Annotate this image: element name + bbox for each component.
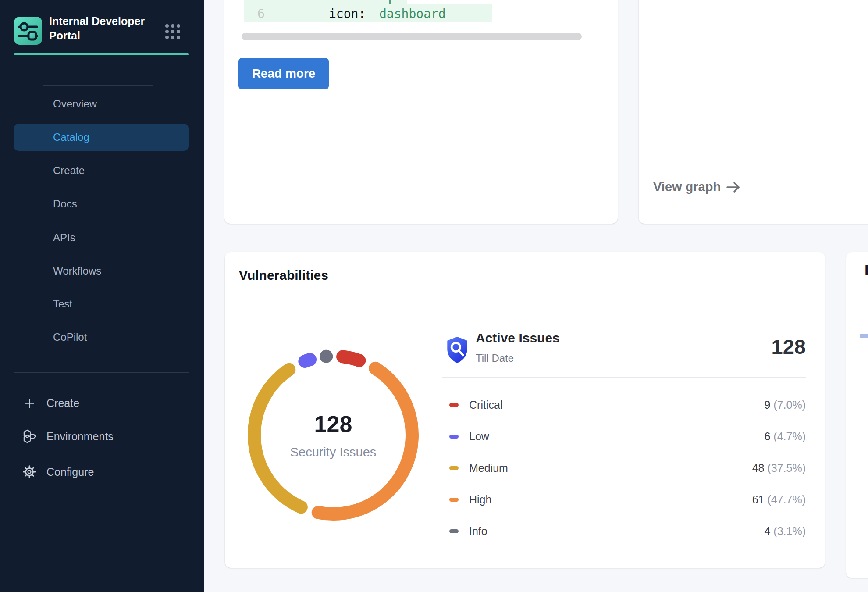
sidebar-item-label: Catalog [53,131,89,143]
donut-segment-low [305,360,310,361]
app-title: Internal Developer Portal [49,14,154,43]
code-value: dashboard [379,7,446,21]
legend-count: 48 [752,462,765,474]
partial-card-title: L [864,262,868,279]
sidebar-action-configure[interactable]: Configure [0,460,204,484]
legend-row-info: Info 4 (3.1%) [449,524,806,538]
legend-row-low: Low 6 (4.7%) [449,430,806,443]
arrow-right-icon [726,182,741,193]
sidebar-item-copilot[interactable]: CoPilot [14,324,189,351]
nav-divider [43,85,153,86]
nav-divider [14,372,189,373]
code-glyph-fragment [389,0,391,4]
legend-percent: (47.7%) [767,493,806,506]
legend-count: 9 [765,399,771,411]
legend-swatch [449,498,459,502]
view-graph-label: View graph [653,180,721,194]
legend-label: High [469,493,491,506]
sidebar-item-create[interactable]: Create [14,157,189,184]
gear-icon [22,464,37,479]
sidebar-action-environments[interactable]: Environments [0,424,204,449]
app-logo-icon [14,17,42,45]
read-more-button[interactable]: Read more [238,58,329,89]
view-graph-link[interactable]: View graph [653,180,741,194]
legend-label: Info [469,525,487,538]
sidebar-accent-rule [14,53,189,55]
security-issues-donut-chart [239,341,427,529]
sidebar-action-label: Create [46,397,79,410]
legend-label: Low [469,430,489,443]
legend-label: Medium [469,462,508,474]
sidebar-item-label: CoPilot [53,331,87,343]
page: Internal Developer Portal Overview Catal… [0,0,868,592]
legend-swatch [449,466,459,470]
sidebar-item-apis[interactable]: APIs [14,224,189,251]
sidebar-item-workflows[interactable]: Workflows [14,257,189,285]
sidebar-item-label: Overview [53,98,97,110]
active-issues-total: 128 [772,335,806,359]
sidebar-item-test[interactable]: Test [14,290,189,317]
plus-icon [22,396,37,410]
legend-row-medium: Medium 48 (37.5%) [449,461,806,474]
sidebar-action-create[interactable]: Create [0,391,204,415]
active-issues-subtitle: Till Date [476,352,514,364]
legend-row-critical: Critical 9 (7.0%) [449,398,806,411]
partial-bar-chart-fragment [860,334,868,338]
horizontal-scrollbar[interactable] [242,33,582,40]
partial-card: L [846,252,868,578]
code-highlight-line: 6 icon: dashboard [244,4,492,22]
legend-row-high: High 61 (47.7%) [449,493,806,506]
apps-grid-icon[interactable] [165,24,181,39]
donut-segment-high [318,368,412,514]
sidebar-item-catalog[interactable]: Catalog [14,124,189,151]
legend-swatch [449,529,459,533]
donut-segment-medium [254,370,301,507]
sidebar-item-label: Test [53,298,72,310]
legend-label: Critical [469,399,502,411]
legend-count: 4 [765,525,771,537]
sidebar-item-label: Docs [53,198,77,210]
sidebar-item-label: APIs [53,232,75,244]
sidebar-action-label: Configure [46,466,94,478]
active-issues-title: Active Issues [476,331,560,346]
shield-search-icon [445,336,470,364]
vulnerabilities-card: Vulnerabilities 128 Security Issues Acti… [225,252,825,568]
graph-card: View graph [639,0,868,224]
sidebar-item-overview[interactable]: Overview [14,90,189,118]
legend-percent: (37.5%) [767,462,806,474]
legend-swatch [449,435,459,439]
sidebar-item-label: Workflows [53,265,101,277]
legend-percent: (7.0%) [773,399,806,411]
code-highlight-line-partial [244,0,407,4]
code-line-number: 6 [257,7,265,21]
legend-percent: (3.1%) [773,525,806,537]
legend-swatch [449,403,459,407]
hexagons-icon [22,429,37,444]
legend-percent: (4.7%) [773,430,806,442]
sidebar: Internal Developer Portal Overview Catal… [0,0,204,592]
sidebar-item-label: Create [53,164,85,177]
sidebar-action-label: Environments [46,430,114,443]
legend-count: 6 [765,430,771,442]
getting-started-card: 6 icon: dashboard Read more [224,0,618,224]
legend-count: 61 [752,493,765,506]
sidebar-item-docs[interactable]: Docs [14,190,189,218]
divider [442,377,806,378]
card-title: Vulnerabilities [239,268,328,283]
donut-segment-critical [343,357,359,360]
code-key: icon: [329,7,366,21]
